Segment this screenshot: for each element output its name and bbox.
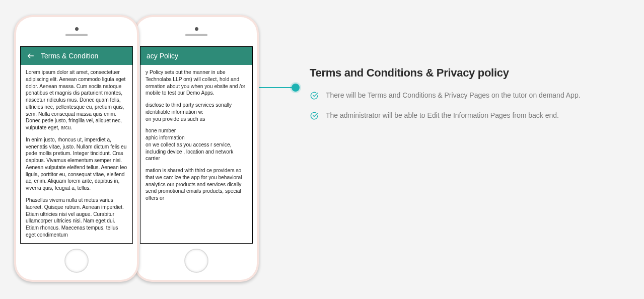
phone-right-header: acy Policy xyxy=(140,47,252,65)
phone-right-body: y Policy sets out the manner in ube Tech… xyxy=(140,65,252,243)
phone-left-body: Lorem ipsum dolor sit amet, consectetuer… xyxy=(21,65,132,243)
home-button-icon xyxy=(64,249,89,273)
phone-left-inner: Terms & Condition Lorem ipsum dolor sit … xyxy=(16,17,137,280)
home-button-icon xyxy=(184,249,208,273)
check-icon xyxy=(310,111,319,120)
camera-icon xyxy=(75,27,79,31)
feature-item: The administrator will be able to Edit t… xyxy=(310,111,622,121)
phone2-para3: hone number aphic information on we coll… xyxy=(146,127,247,162)
phone-left-screen: Terms & Condition Lorem ipsum dolor sit … xyxy=(20,46,133,244)
camera-icon xyxy=(195,27,198,31)
phone2-para1: y Policy sets out the manner in ube Tech… xyxy=(146,69,247,97)
speaker-icon xyxy=(185,34,207,36)
section-heading: Terms and Conditions & Privacy policy xyxy=(310,66,622,80)
feature-item: There will be Terms and Conditions & Pri… xyxy=(310,91,622,101)
phone1-para1: Lorem ipsum dolor sit amet, consectetuer… xyxy=(26,69,127,131)
phone-left-header: Terms & Condition xyxy=(21,47,132,65)
phone-right-frame: acy Policy y Policy sets out the manner … xyxy=(134,15,259,282)
phone2-para4: mation is shared with third ce providers… xyxy=(146,167,247,202)
content-panel: Terms and Conditions & Privacy policy Th… xyxy=(310,66,622,130)
phone-sensors xyxy=(136,17,257,46)
back-arrow-icon[interactable] xyxy=(27,52,35,60)
speaker-icon xyxy=(65,34,88,36)
phone-right-screen: acy Policy y Policy sets out the manner … xyxy=(140,46,253,244)
check-icon xyxy=(310,91,319,100)
phone-right-title: acy Policy xyxy=(147,52,178,60)
phone2-para2: disclose to third party services sonally… xyxy=(146,102,247,122)
phone1-para3: Phasellus viverra nulla ut metus varius … xyxy=(26,197,127,239)
phone1-para2: In enim justo, rhoncus ut, imperdiet a, … xyxy=(26,136,127,192)
phone-left-frame: Terms & Condition Lorem ipsum dolor sit … xyxy=(14,15,139,282)
phone-right-inner: acy Policy y Policy sets out the manner … xyxy=(136,17,257,280)
feature-text: The administrator will be able to Edit t… xyxy=(326,111,559,121)
connector-dot-icon xyxy=(292,84,300,92)
phones-mockup: acy Policy y Policy sets out the manner … xyxy=(14,15,236,287)
feature-text: There will be Terms and Conditions & Pri… xyxy=(326,91,581,101)
phone-left-title: Terms & Condition xyxy=(41,52,98,60)
phone-sensors xyxy=(16,17,137,46)
